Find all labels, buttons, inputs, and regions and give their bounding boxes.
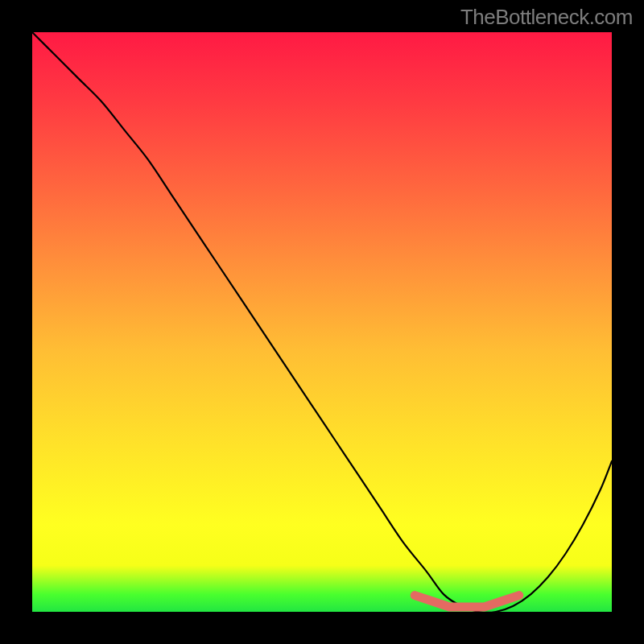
chart-svg bbox=[32, 32, 612, 612]
bottleneck-curve bbox=[32, 32, 612, 613]
chart-frame: TheBottleneck.com bbox=[0, 0, 644, 644]
plot-area bbox=[32, 32, 612, 612]
optimal-fit-band bbox=[415, 596, 519, 607]
watermark-text: TheBottleneck.com bbox=[460, 5, 633, 30]
